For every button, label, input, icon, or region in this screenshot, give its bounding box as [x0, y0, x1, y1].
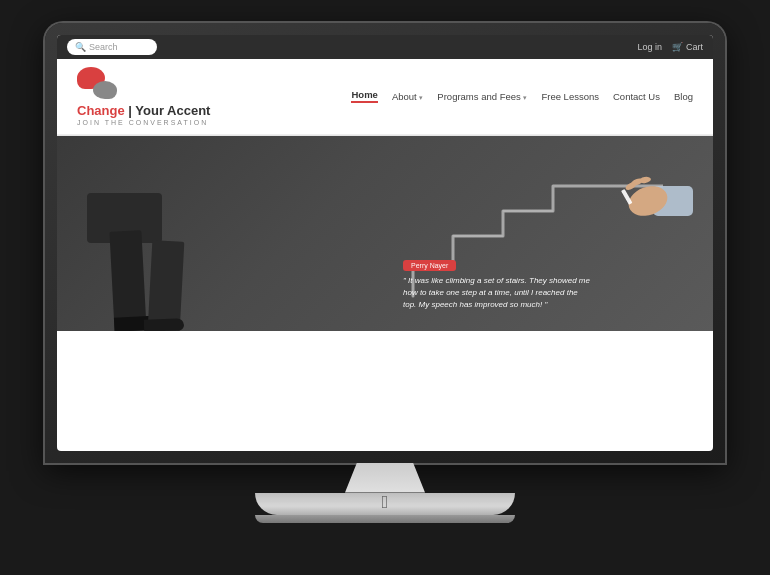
monitor-foot: [255, 515, 515, 523]
login-link[interactable]: Log in: [637, 42, 662, 52]
cart-icon: 🛒: [672, 42, 683, 52]
top-bar-right: Log in 🛒 Cart: [637, 42, 703, 52]
site-nav: Home About ▾ Programs and Fees ▾ Free Le…: [351, 89, 693, 103]
person-legs: [107, 201, 187, 331]
nav-item-about[interactable]: About ▾: [392, 91, 423, 102]
svg-rect-8: [621, 189, 632, 205]
quote-author-tag: Perry Nayer: [403, 260, 456, 271]
nav-item-contact[interactable]: Contact Us: [613, 91, 660, 102]
nav-item-free-lessons[interactable]: Free Lessons: [541, 91, 599, 102]
search-input-placeholder: Search: [89, 42, 118, 52]
quote-bubble: Perry Nayer " It was like climbing a set…: [403, 254, 593, 311]
bubble-gray: [93, 81, 117, 99]
apple-logo-icon: : [382, 493, 389, 511]
search-box[interactable]: 🔍 Search: [67, 39, 157, 55]
nav-item-home[interactable]: Home: [351, 89, 377, 103]
nav-item-blog[interactable]: Blog: [674, 91, 693, 102]
hero-banner: Perry Nayer " It was like climbing a set…: [57, 136, 713, 331]
monitor-screen: 🔍 Search Log in 🛒 Cart: [57, 35, 713, 451]
monitor-body: 🔍 Search Log in 🛒 Cart: [45, 23, 725, 463]
shoe-right: [144, 319, 184, 332]
cart-label: Cart: [686, 42, 703, 52]
leg-left: [109, 231, 146, 332]
quote-text: " It was like climbing a set of stairs. …: [403, 275, 593, 311]
person-silhouette: [87, 171, 207, 331]
chevron-down-icon: ▾: [419, 94, 423, 101]
monitor-neck: [345, 463, 425, 493]
monitor-base: : [255, 493, 515, 515]
top-bar: 🔍 Search Log in 🛒 Cart: [57, 35, 713, 59]
hand-with-chalk: [593, 156, 693, 236]
leg-right: [148, 241, 185, 332]
site-title: Change | Your Accent: [77, 103, 210, 120]
cart-area[interactable]: 🛒 Cart: [672, 42, 703, 52]
search-icon: 🔍: [75, 42, 86, 52]
chevron-down-icon-2: ▾: [523, 94, 527, 101]
title-rest: Your Accent: [135, 103, 210, 118]
logo-area: Change | Your Accent JOIN THE CONVERSATI…: [77, 67, 210, 127]
title-change: Change: [77, 103, 125, 118]
site-subtitle: JOIN THE CONVERSATION: [77, 119, 210, 126]
logo-icon: [77, 67, 117, 101]
nav-item-programs[interactable]: Programs and Fees ▾: [437, 91, 527, 102]
chalkboard-bg: Perry Nayer " It was like climbing a set…: [57, 136, 713, 331]
site-header: Change | Your Accent JOIN THE CONVERSATI…: [57, 59, 713, 136]
monitor-wrapper: 🔍 Search Log in 🛒 Cart: [45, 23, 725, 553]
